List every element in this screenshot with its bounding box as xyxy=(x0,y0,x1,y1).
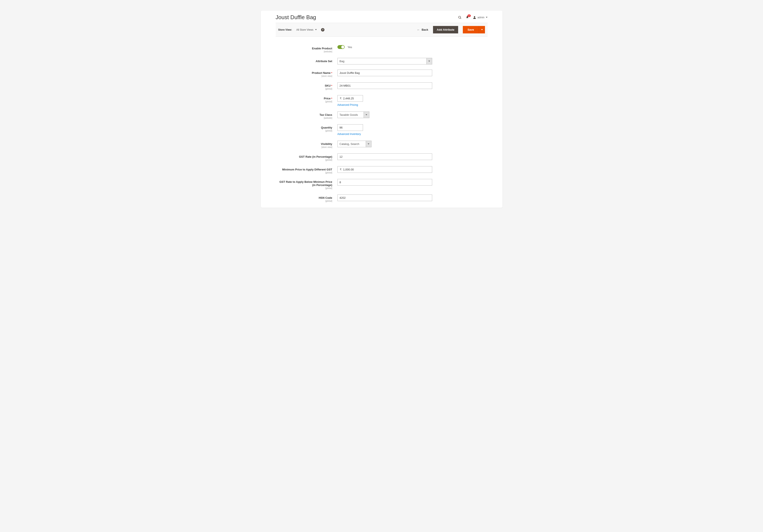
gst-rate-below-label: GST Rate to Apply Below Minimun Price (i… xyxy=(276,180,332,187)
min-price-gst-input-group: ₹ xyxy=(337,166,432,173)
save-dropdown-button[interactable] xyxy=(479,26,485,34)
row-tax-class: Tax Class [website] Taxable Goods xyxy=(276,112,488,119)
row-price: Price* [global] ₹ Advanced Pricing xyxy=(276,95,488,106)
store-view-label: Store View: xyxy=(278,28,292,31)
advanced-pricing-link[interactable]: Advanced Pricing xyxy=(337,103,358,106)
user-menu[interactable]: admin xyxy=(473,16,488,19)
price-label: Price* xyxy=(324,97,332,100)
sku-input[interactable] xyxy=(337,82,432,89)
toggle-knob xyxy=(341,45,344,48)
store-view-value: All Store Views xyxy=(296,28,313,31)
scope-label: [website] xyxy=(276,117,332,119)
row-attribute-set: Attribute Set Bag xyxy=(276,58,488,64)
chevron-down-icon xyxy=(368,143,369,144)
svg-line-1 xyxy=(460,18,461,19)
row-quantity: Quantity [global] Advanced Inventory xyxy=(276,124,488,135)
scope-label: [global] xyxy=(276,200,332,202)
scope-label: [global] xyxy=(276,88,332,90)
toolbar-left: Store View: All Store Views ? xyxy=(278,28,325,32)
required-star: * xyxy=(331,84,332,87)
header-bar: Joust Duffle Bag 5 admin xyxy=(261,11,502,23)
currency-symbol: ₹ xyxy=(338,168,343,171)
scope-label: [global] xyxy=(276,187,332,189)
svg-point-0 xyxy=(459,16,461,18)
required-star: * xyxy=(331,72,332,75)
hsn-code-input[interactable] xyxy=(337,195,432,201)
attribute-set-label: Attribute Set xyxy=(316,59,332,63)
header-actions: 5 admin xyxy=(458,16,488,19)
select-dropdown-button[interactable] xyxy=(364,112,369,118)
quantity-input[interactable] xyxy=(337,124,363,131)
scope-label: [global] xyxy=(276,171,332,174)
back-button[interactable]: ← Back xyxy=(417,28,428,32)
add-attribute-button[interactable]: Add Attribute xyxy=(433,26,458,34)
enable-product-toggle[interactable] xyxy=(337,45,345,49)
save-button[interactable]: Save xyxy=(463,26,479,34)
price-input-group: ₹ xyxy=(337,95,363,102)
chevron-down-icon xyxy=(481,29,483,30)
back-label: Back xyxy=(421,28,428,31)
toolbar-right: ← Back Add Attribute Save xyxy=(417,26,485,34)
row-gst-rate-below: GST Rate to Apply Below Minimun Price (i… xyxy=(276,179,488,189)
row-product-name: Product Name* [store view] xyxy=(276,70,488,77)
store-view-selector[interactable]: All Store Views xyxy=(296,28,317,31)
gst-rate-label: GST Rate (in Percentage) xyxy=(299,155,332,158)
notifications-badge: 5 xyxy=(468,15,471,17)
attribute-set-value: Bag xyxy=(338,58,426,64)
save-button-group: Save xyxy=(463,26,485,34)
user-label: admin xyxy=(478,16,485,19)
chevron-down-icon xyxy=(428,61,430,62)
product-name-input[interactable] xyxy=(337,70,432,76)
help-icon[interactable]: ? xyxy=(321,28,324,32)
scope-label: [website] xyxy=(276,50,332,53)
price-input[interactable] xyxy=(343,95,363,102)
currency-symbol: ₹ xyxy=(338,97,343,100)
user-icon xyxy=(473,16,476,19)
scope-label: [global] xyxy=(276,159,332,161)
toolbar: Store View: All Store Views ? ← Back Add… xyxy=(276,23,488,37)
required-star: * xyxy=(331,97,332,100)
chevron-down-icon xyxy=(315,29,317,30)
product-name-label: Product Name* xyxy=(312,71,332,75)
tax-class-value: Taxable Goods xyxy=(338,112,364,118)
min-price-gst-input[interactable] xyxy=(343,166,432,173)
row-gst-rate: GST Rate (in Percentage) [global] xyxy=(276,153,488,161)
row-visibility: Visibility [store view] Catalog, Search xyxy=(276,141,488,148)
visibility-value: Catalog, Search xyxy=(338,141,366,147)
admin-panel: Joust Duffle Bag 5 admin Store View: All… xyxy=(261,11,502,208)
tax-class-label: Tax Class xyxy=(320,113,332,117)
scope-label: [store view] xyxy=(276,75,332,77)
scope-label: [global] xyxy=(276,130,332,132)
row-hsn-code: HSN Code [global] xyxy=(276,195,488,202)
arrow-left-icon: ← xyxy=(417,28,420,32)
visibility-label: Visibility xyxy=(321,142,332,145)
quantity-label: Quantity xyxy=(321,126,332,129)
attribute-set-select[interactable]: Bag xyxy=(337,58,432,64)
search-icon[interactable] xyxy=(458,16,462,19)
select-dropdown-button[interactable] xyxy=(366,141,371,147)
row-enable-product: Enable Product [website] Yes xyxy=(276,45,488,53)
chevron-down-icon xyxy=(366,114,367,115)
tax-class-select[interactable]: Taxable Goods xyxy=(337,112,369,118)
visibility-select[interactable]: Catalog, Search xyxy=(337,141,372,147)
svg-point-2 xyxy=(474,16,475,18)
notifications-button[interactable]: 5 xyxy=(466,16,469,19)
enable-product-label: Enable Product xyxy=(312,47,332,50)
advanced-inventory-link[interactable]: Advanced Inventory xyxy=(337,133,361,135)
scope-label: [store view] xyxy=(276,146,332,148)
min-price-gst-label: Minimum Price to Apply Different GST xyxy=(282,168,332,171)
chevron-down-icon xyxy=(486,17,488,18)
hsn-code-label: HSN Code xyxy=(319,196,332,199)
select-dropdown-button[interactable] xyxy=(426,58,432,64)
sku-label: SKU* xyxy=(325,84,332,87)
gst-rate-input[interactable] xyxy=(337,153,432,160)
gst-rate-below-input[interactable] xyxy=(337,179,432,186)
page-title: Joust Duffle Bag xyxy=(276,14,316,21)
scope-label: [global] xyxy=(276,100,332,103)
row-sku: SKU* [global] xyxy=(276,82,488,90)
enable-product-value: Yes xyxy=(348,45,352,49)
product-form: Enable Product [website] Yes Attribute S… xyxy=(261,37,502,202)
row-min-price-gst: Minimum Price to Apply Different GST [gl… xyxy=(276,166,488,174)
